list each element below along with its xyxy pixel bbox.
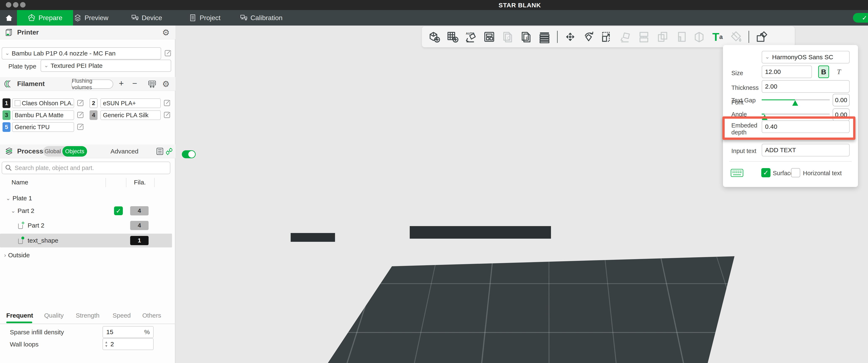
tree-row-outside[interactable]: › Outside <box>0 249 172 261</box>
printer-edit-icon[interactable] <box>164 49 172 57</box>
segment-objects[interactable]: Objects <box>62 146 87 157</box>
prepare-icon <box>28 14 36 22</box>
chevron-expanded-icon[interactable]: ⌄ <box>6 195 10 202</box>
filament-4-edit-icon[interactable] <box>163 111 171 119</box>
add-plate-button[interactable] <box>445 29 460 44</box>
window-close-button[interactable] <box>6 2 11 7</box>
process-tools-icon[interactable] <box>165 147 173 156</box>
tree-row-text-shape[interactable]: text_shape 1 <box>0 234 172 247</box>
italic-button[interactable]: T <box>834 65 844 78</box>
font-value: HarmonyOS Sans SC <box>772 54 833 61</box>
part2-checkbox[interactable]: ✓ <box>114 206 123 215</box>
add-object-button[interactable] <box>427 29 441 44</box>
rotate-tool-button[interactable] <box>581 29 596 44</box>
home-button[interactable] <box>2 10 16 26</box>
settings-tab-frequent[interactable]: Frequent <box>6 312 33 319</box>
wall-loops-input[interactable]: ▲▼ 2 <box>102 338 154 350</box>
printer-settings-gear-icon[interactable]: ⚙ <box>162 28 170 37</box>
bold-button[interactable]: B <box>818 65 829 78</box>
lay-on-face-button <box>618 29 633 44</box>
layers-button[interactable] <box>537 29 552 44</box>
window-zoom-button[interactable] <box>20 2 26 7</box>
text-shape-fila-badge[interactable]: 1 <box>130 236 149 245</box>
build-plate[interactable] <box>301 250 751 363</box>
remove-filament-button[interactable]: − <box>132 79 137 88</box>
filament-5-edit-icon[interactable] <box>76 123 85 131</box>
text-gap-slider-thumb[interactable] <box>792 100 798 106</box>
advanced-toggle[interactable] <box>182 150 196 158</box>
process-scope-segmented-control[interactable]: Global Objects <box>43 146 87 157</box>
size-value: 12.00 <box>765 68 781 75</box>
add-filament-button[interactable]: + <box>119 79 124 88</box>
filament-2-field[interactable]: eSUN PLA+ <box>100 98 161 108</box>
chevron-collapsed-icon[interactable]: › <box>4 252 6 259</box>
part2-fila-badge[interactable]: 4 <box>130 206 149 215</box>
text-gap-value[interactable]: 0.00 <box>833 94 849 107</box>
sparse-infill-input[interactable]: 15 % <box>102 326 154 338</box>
tree-row-part2[interactable]: ⌄ Part 2 ✓ 4 <box>0 205 172 217</box>
filament-5-color-badge[interactable]: 5 <box>2 122 10 132</box>
tab-preview[interactable]: Preview <box>74 10 108 26</box>
arrange-button[interactable] <box>482 29 497 44</box>
toolbar-separator <box>748 31 749 43</box>
chevron-expanded-icon[interactable]: ⌄ <box>11 208 16 214</box>
segment-global[interactable]: Global <box>43 148 62 155</box>
svg-text:P: P <box>526 36 529 41</box>
move-tool-button[interactable] <box>563 29 578 44</box>
flushing-volumes-button[interactable]: Flushing volumes <box>71 80 113 89</box>
settings-tab-others[interactable]: Others <box>142 312 161 319</box>
filament-4-field[interactable]: Generic PLA Silk <box>100 110 161 120</box>
parameter-list-icon[interactable] <box>156 147 164 156</box>
angle-label: Angle <box>731 111 747 118</box>
part2-child-fila-badge[interactable]: 4 <box>130 221 149 230</box>
font-dropdown[interactable]: ⌄ HarmonyOS Sans SC <box>762 51 849 63</box>
filament-1-edit-icon[interactable] <box>76 99 85 107</box>
angle-value[interactable]: 0.00 <box>833 109 849 121</box>
scale-tool-button[interactable] <box>599 29 615 44</box>
settings-tab-quality[interactable]: Quality <box>44 312 64 319</box>
tab-project[interactable]: Project <box>189 10 221 26</box>
plate-type-dropdown[interactable]: ⌄ Textured PEI Plate <box>40 60 171 72</box>
text-tool-button[interactable]: Ta <box>710 29 725 44</box>
preview-icon <box>74 14 82 22</box>
filament-3-edit-icon[interactable] <box>76 111 85 119</box>
assembly-view-button[interactable] <box>754 29 769 44</box>
auto-orient-button[interactable]: AUTO <box>463 29 478 44</box>
filament-2-color-badge[interactable]: 2 <box>90 98 97 108</box>
settings-tab-strength[interactable]: Strength <box>76 312 99 319</box>
surface-checkbox[interactable]: ✓ <box>761 168 771 177</box>
size-input[interactable]: 12.00 <box>762 65 812 78</box>
settings-tab-speed[interactable]: Speed <box>113 312 131 319</box>
wall-loops-stepper[interactable]: ▲▼ <box>105 340 108 348</box>
tab-prepare[interactable]: Prepare <box>17 10 73 26</box>
printer-preset-dropdown[interactable]: ⌄ Bambu Lab P1P 0.4 nozzle - MC Fan <box>2 47 161 59</box>
horizontal-text-checkbox[interactable] <box>791 168 800 177</box>
slice-button[interactable]: ✓ <box>853 13 868 23</box>
filament-1-color-badge[interactable]: 1 <box>2 98 10 108</box>
tab-calibration[interactable]: Calibration <box>240 10 282 26</box>
filament-5-field[interactable]: Generic TPU <box>12 122 74 132</box>
input-text-field[interactable]: ADD TEXT <box>762 144 849 156</box>
filament-4-color-badge[interactable]: 4 <box>90 110 97 120</box>
embedded-depth-input[interactable]: 0.40 <box>762 120 849 133</box>
tree-row-plate1[interactable]: ⌄ Plate 1 <box>0 192 172 204</box>
tab-device[interactable]: Device <box>131 10 162 26</box>
filament-section-header: Filament Flushing volumes + − ⚙ <box>0 77 175 91</box>
filament-3-color-badge[interactable]: 3 <box>2 110 10 120</box>
angle-slider-thumb[interactable] <box>762 115 768 120</box>
keyboard-icon[interactable] <box>731 168 743 178</box>
search-box[interactable] <box>2 161 170 174</box>
angle-slider[interactable] <box>762 114 830 115</box>
filament-settings-gear-icon[interactable]: ⚙ <box>162 80 170 88</box>
window-title: STAR BLANK <box>499 2 541 9</box>
filament-3-field[interactable]: Bambu PLA Matte <box>12 110 74 120</box>
thickness-input[interactable]: 2.00 <box>762 80 849 93</box>
filament-2-edit-icon[interactable] <box>163 99 171 107</box>
ams-icon[interactable] <box>148 80 157 89</box>
paste-button[interactable]: P <box>519 29 534 44</box>
window-minimize-button[interactable] <box>13 2 19 7</box>
text-tool-T: T <box>712 31 719 42</box>
tree-row-part2-child[interactable]: Part 2 4 <box>0 219 172 232</box>
filament-1-field[interactable]: Claes Ohlson PLA... <box>12 98 74 108</box>
search-input[interactable] <box>14 164 157 172</box>
